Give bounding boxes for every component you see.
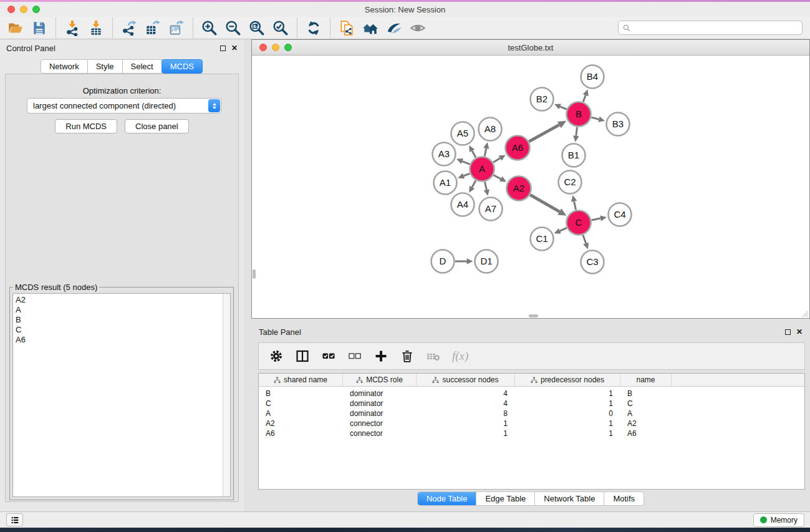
show-hide-details-button[interactable] [406,18,430,38]
graph-node-C2[interactable]: C2 [559,171,582,194]
graph-edge-A2-C[interactable] [530,195,559,211]
graph-edge-A-A8[interactable] [485,148,486,157]
table-cell[interactable]: 1 [417,429,515,438]
graph-node-A7[interactable]: A7 [480,198,503,221]
graph-node-A5[interactable]: A5 [451,122,475,145]
graph-edge-A-A5[interactable] [472,151,476,158]
memory-button[interactable]: Memory [753,513,804,527]
graph-node-B1[interactable]: B1 [562,144,586,167]
zoom-fit-button[interactable] [245,18,269,38]
tab-node-table[interactable]: Node Table [418,492,476,505]
result-item[interactable]: A [13,305,230,315]
graph-node-A[interactable]: A [470,157,494,181]
table-cell[interactable]: 1 [515,429,620,438]
table-cell[interactable]: 0 [515,409,620,418]
table-cell[interactable]: dominator [343,399,417,408]
result-item[interactable]: C [13,325,230,335]
table-row[interactable]: Cdominator41C [259,399,804,409]
graph-edge-A6-B[interactable] [529,125,559,142]
graph-edge-C-C1[interactable] [560,228,567,231]
table-cell[interactable]: 1 [417,419,515,428]
table-cell[interactable]: dominator [343,409,417,418]
tab-mcds[interactable]: MCDS [162,59,203,74]
result-item[interactable]: B [13,315,230,325]
table-float-panel-icon[interactable] [785,329,791,335]
graph-node-D[interactable]: D [432,250,455,273]
optimization-criterion-select[interactable]: largest connected component (directed) [27,98,221,114]
tab-network[interactable]: Network [41,59,88,74]
graph-node-B[interactable]: B [567,102,591,127]
toggle-graphics-details-button[interactable] [382,18,406,38]
graph-node-C4[interactable]: C4 [609,203,632,226]
network-vertical-scrollbar-thumb[interactable] [253,269,256,279]
close-panel-button[interactable]: Close panel [125,119,189,133]
home-button[interactable] [359,18,382,38]
graph-node-B3[interactable]: B3 [607,113,630,136]
graph-node-C3[interactable]: C3 [581,251,604,274]
graph-edge-B-B1[interactable] [576,127,577,136]
import-table-button[interactable] [84,18,108,38]
table-cell[interactable]: A2 [259,419,343,428]
column-header-MCDS-role[interactable]: MCDS role [343,374,417,386]
graph-node-A2[interactable]: A2 [507,177,531,201]
table-cell[interactable]: dominator [343,389,417,398]
tab-select[interactable]: Select [122,59,162,74]
table-cell[interactable]: A [259,409,343,418]
table-cell[interactable]: 8 [417,409,515,418]
node-table[interactable]: shared nameMCDS rolesuccessor nodesprede… [258,373,805,490]
refresh-button[interactable] [302,18,325,38]
graph-edge-A-A7[interactable] [485,182,486,190]
table-cell[interactable]: A2 [620,419,672,428]
table-cell[interactable]: A6 [259,429,343,438]
table-cell[interactable]: C [259,399,343,408]
table-row[interactable]: Adominator80A [259,409,804,418]
table-cell[interactable]: A6 [620,429,672,438]
graph-edge-B-B2[interactable] [560,107,566,109]
column-header-name[interactable]: name [620,374,672,386]
graph-node-B2[interactable]: B2 [531,88,554,111]
column-header-successor-nodes[interactable]: successor nodes [417,374,515,386]
mcds-result-list[interactable]: A2ABCA6 [12,293,231,497]
table-cell[interactable]: B [620,389,672,398]
table-cell[interactable]: 1 [515,399,620,408]
result-list-scrollbar[interactable] [223,294,230,496]
search-input[interactable] [631,22,802,34]
network-window-titlebar[interactable]: testGlobe.txt [252,40,809,56]
add-row-button[interactable] [371,346,391,366]
close-panel-icon[interactable]: ✕ [231,44,238,52]
network-canvas[interactable]: B4B2BB3B1A5A8A6A3AA1C2A4A7A2C4CC1C3DD1 [252,56,809,318]
deselect-all-button[interactable] [345,346,365,366]
table-cell[interactable]: 1 [515,419,620,428]
table-cell[interactable]: 4 [417,389,515,398]
run-mcds-button[interactable]: Run MCDS [55,119,117,133]
export-network-button[interactable] [117,18,141,38]
columns-button[interactable] [292,346,312,366]
graph-node-B4[interactable]: B4 [581,65,604,89]
graph-node-A1[interactable]: A1 [434,172,457,195]
resize-grip-icon[interactable] [800,309,809,317]
export-table-button[interactable] [141,18,165,38]
table-cell[interactable]: 1 [515,389,620,398]
graph-edge-A-A4[interactable] [472,180,476,187]
export-image-button[interactable] [165,18,188,38]
table-cell[interactable]: 4 [417,399,515,408]
table-row[interactable]: Bdominator41B [259,389,804,399]
table-cell[interactable]: connector [343,419,417,428]
select-all-button[interactable] [319,346,339,366]
graph-node-A8[interactable]: A8 [479,118,502,141]
table-row[interactable]: A2connector11A2 [259,418,804,428]
graph-node-C1[interactable]: C1 [531,228,554,251]
table-cell[interactable]: connector [343,429,417,438]
column-header-shared-name[interactable]: shared name [259,374,343,386]
zoom-selected-button[interactable] [269,18,292,38]
network-from-selection-button[interactable] [335,18,359,38]
table-row[interactable]: A6connector11A6 [259,428,804,438]
zoom-in-button[interactable] [198,18,221,38]
result-item[interactable]: A2 [13,295,230,305]
graph-edge-B-B4[interactable] [583,95,586,102]
table-cell[interactable]: C [620,399,672,408]
tab-style[interactable]: Style [87,59,123,74]
graph-node-A3[interactable]: A3 [433,143,456,166]
graph-node-D1[interactable]: D1 [475,250,498,273]
graph-node-C[interactable]: C [567,211,591,235]
